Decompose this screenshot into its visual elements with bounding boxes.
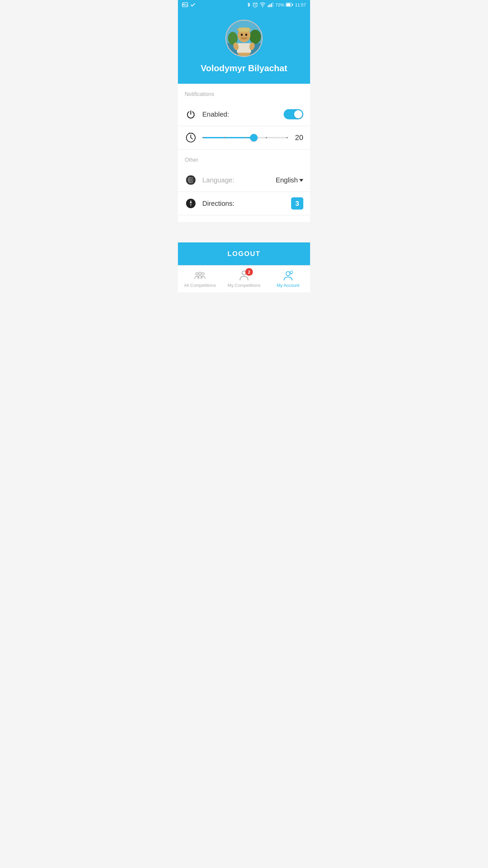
language-value: English <box>276 176 298 184</box>
directions-badge[interactable]: 3 <box>291 197 303 210</box>
my-competitions-badge: 2 <box>245 268 253 276</box>
enabled-label: Enabled: <box>202 111 278 118</box>
directions-row[interactable]: Directions: 3 <box>178 192 310 215</box>
battery-percent: 72% <box>275 2 284 7</box>
clock-icon-svg <box>185 132 196 143</box>
signal-icon <box>267 2 273 7</box>
svg-point-43 <box>196 273 198 275</box>
svg-point-44 <box>202 273 204 275</box>
timer-value: 20 <box>292 133 303 142</box>
nav-label-my-account: My Account <box>277 283 299 288</box>
globe-icon <box>185 174 197 186</box>
svg-point-45 <box>199 272 201 274</box>
svg-rect-14 <box>286 3 290 6</box>
clock-icon <box>185 132 197 144</box>
svg-line-5 <box>253 3 254 3</box>
svg-rect-9 <box>269 4 270 7</box>
svg-rect-13 <box>292 4 293 6</box>
nav-label-my-competitions: My Competitions <box>228 283 261 288</box>
notifications-section-label: Notifications <box>178 84 310 103</box>
notifications-enabled-row: Enabled: <box>178 103 310 126</box>
language-label: Language: <box>202 176 270 184</box>
notifications-toggle[interactable] <box>284 109 303 119</box>
svg-rect-26 <box>239 28 249 32</box>
avatar <box>225 20 263 57</box>
compass-icon-svg <box>185 198 196 209</box>
language-dropdown[interactable]: English <box>276 176 303 184</box>
status-left-icons <box>182 2 196 7</box>
other-section-label: Other <box>178 150 310 169</box>
power-icon <box>185 108 197 120</box>
svg-rect-20 <box>237 43 251 53</box>
svg-line-32 <box>191 138 192 139</box>
check-icon <box>190 2 196 7</box>
svg-point-47 <box>286 272 290 276</box>
battery-icon <box>286 3 293 7</box>
nav-item-all-competitions[interactable]: All Competitions <box>178 265 222 292</box>
all-competitions-icon <box>195 270 205 281</box>
compass-icon <box>185 197 197 210</box>
svg-point-7 <box>262 6 263 7</box>
settings-content: Notifications Enabled: <box>178 84 310 222</box>
globe-icon-svg <box>185 175 196 185</box>
svg-rect-10 <box>271 3 272 7</box>
gallery-icon <box>182 2 188 7</box>
status-right-icons: 72% 11:57 <box>247 2 306 7</box>
svg-point-27 <box>241 34 243 36</box>
wifi-icon <box>260 2 266 7</box>
profile-header: Volodymyr Bilyachat <box>178 9 310 84</box>
directions-value: 3 <box>295 200 299 208</box>
logout-section: LOGOUT <box>178 242 310 265</box>
svg-point-29 <box>240 36 248 40</box>
language-row[interactable]: Language: English <box>178 169 310 192</box>
nav-item-my-account[interactable]: My Account <box>266 265 310 292</box>
profile-name: Volodymyr Bilyachat <box>201 63 287 74</box>
status-time: 11:57 <box>295 2 306 7</box>
timer-row: 20 <box>178 126 310 150</box>
nav-item-my-competitions[interactable]: 2 My Competitions <box>222 265 266 292</box>
avatar-image <box>226 21 262 56</box>
timer-slider[interactable]: 20 <box>202 133 303 142</box>
svg-line-6 <box>257 3 258 3</box>
svg-point-48 <box>290 271 293 274</box>
my-account-svg <box>283 270 293 281</box>
svg-rect-8 <box>268 5 269 7</box>
svg-point-18 <box>249 29 261 44</box>
svg-line-4 <box>255 5 256 6</box>
all-competitions-svg <box>195 271 205 280</box>
bluetooth-icon <box>247 2 251 7</box>
logout-button[interactable]: LOGOUT <box>178 242 310 265</box>
dropdown-arrow-icon <box>299 179 303 182</box>
directions-label: Directions: <box>202 200 286 208</box>
svg-rect-11 <box>272 2 273 7</box>
bottom-nav: All Competitions 2 My Competitions My A <box>178 265 310 292</box>
power-icon-svg <box>186 109 196 119</box>
svg-point-28 <box>245 34 247 36</box>
my-account-icon <box>283 270 293 281</box>
nav-label-all-competitions: All Competitions <box>184 283 216 288</box>
status-bar: 72% 11:57 <box>178 0 310 9</box>
alarm-icon <box>252 2 258 7</box>
